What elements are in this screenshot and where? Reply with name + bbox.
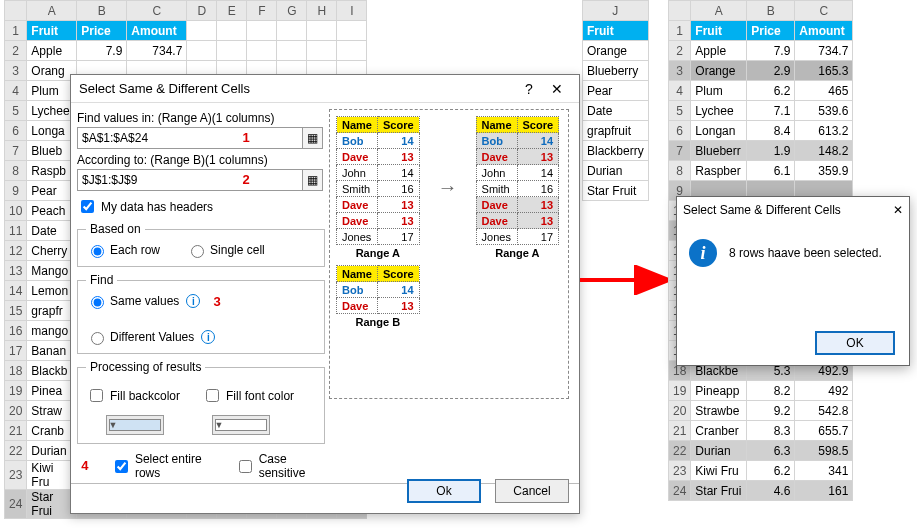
cell[interactable]: Fruit xyxy=(583,21,649,41)
cell[interactable]: grapfruit xyxy=(583,121,649,141)
cell[interactable]: Apple xyxy=(691,41,747,61)
cell[interactable]: 613.2 xyxy=(795,121,853,141)
row-header[interactable]: 10 xyxy=(5,201,27,221)
cell[interactable]: Plum xyxy=(691,81,747,101)
cell[interactable]: 492 xyxy=(795,381,853,401)
cell[interactable]: Blackberry xyxy=(583,141,649,161)
row-header[interactable]: 1 xyxy=(5,21,27,41)
row-header[interactable]: 24 xyxy=(5,490,27,519)
backcolor-picker[interactable]: ▼ xyxy=(106,415,164,435)
cell[interactable]: Raspber xyxy=(691,161,747,181)
row-header[interactable]: 15 xyxy=(5,301,27,321)
fill-fontcolor-checkbox[interactable]: Fill font color xyxy=(202,386,294,405)
cell[interactable]: 465 xyxy=(795,81,853,101)
cell[interactable]: 7.9 xyxy=(77,41,127,61)
headers-checkbox-row[interactable]: My data has headers xyxy=(77,197,325,216)
row-header[interactable]: 5 xyxy=(669,101,691,121)
cell[interactable]: Pineapp xyxy=(691,381,747,401)
cell[interactable]: 161 xyxy=(795,481,853,501)
cell[interactable]: 734.7 xyxy=(127,41,187,61)
help-button[interactable]: ? xyxy=(515,81,543,97)
select-rows-checkbox[interactable]: Select entire rows xyxy=(111,452,217,480)
diff-values-radio[interactable]: Different Valuesi xyxy=(86,329,316,345)
cell[interactable]: 8.3 xyxy=(747,421,795,441)
cell[interactable]: 148.2 xyxy=(795,141,853,161)
cell[interactable]: 7.9 xyxy=(747,41,795,61)
single-cell-radio[interactable]: Single cell xyxy=(186,242,265,258)
column-j[interactable]: J Fruit OrangeBlueberryPearDategrapfruit… xyxy=(582,0,649,201)
row-header[interactable]: 19 xyxy=(669,381,691,401)
cell[interactable]: 341 xyxy=(795,461,853,481)
cell[interactable]: Pear xyxy=(583,81,649,101)
row-header[interactable]: 2 xyxy=(5,41,27,61)
range-b-input[interactable] xyxy=(77,169,303,191)
col-header[interactable]: C xyxy=(795,1,853,21)
cell[interactable]: Apple xyxy=(27,41,77,61)
cell[interactable]: 598.5 xyxy=(795,441,853,461)
row-header[interactable]: 17 xyxy=(5,341,27,361)
cell[interactable]: 6.3 xyxy=(747,441,795,461)
close-button[interactable]: ✕ xyxy=(893,203,903,217)
cancel-button[interactable]: Cancel xyxy=(495,479,569,503)
row-header[interactable]: 18 xyxy=(5,361,27,381)
row-header[interactable]: 5 xyxy=(5,101,27,121)
fill-backcolor-checkbox[interactable]: Fill backcolor xyxy=(86,386,180,405)
cell[interactable]: 7.1 xyxy=(747,101,795,121)
row-header[interactable]: 14 xyxy=(5,281,27,301)
row-header[interactable]: 4 xyxy=(669,81,691,101)
cell[interactable]: Durian xyxy=(583,161,649,181)
cell[interactable]: 734.7 xyxy=(795,41,853,61)
cell[interactable]: Strawbe xyxy=(691,401,747,421)
row-header[interactable]: 24 xyxy=(669,481,691,501)
cell[interactable]: 8.4 xyxy=(747,121,795,141)
cell[interactable]: Amount xyxy=(127,21,187,41)
cell[interactable]: 359.9 xyxy=(795,161,853,181)
cell[interactable]: 542.8 xyxy=(795,401,853,421)
range-picker-button[interactable]: ▦ xyxy=(303,127,323,149)
row-header[interactable]: 22 xyxy=(669,441,691,461)
cell[interactable]: Orange xyxy=(691,61,747,81)
cell[interactable]: Amount xyxy=(795,21,853,41)
col-header[interactable]: A xyxy=(691,1,747,21)
row-header[interactable]: 6 xyxy=(5,121,27,141)
row-header[interactable]: 6 xyxy=(669,121,691,141)
case-sensitive-checkbox[interactable]: Case sensitive xyxy=(235,452,325,480)
headers-checkbox[interactable] xyxy=(81,200,94,213)
cell[interactable]: Longan xyxy=(691,121,747,141)
row-header[interactable]: 12 xyxy=(5,241,27,261)
corner-cell[interactable] xyxy=(5,1,27,21)
cell[interactable]: 165.3 xyxy=(795,61,853,81)
cell[interactable]: 2.9 xyxy=(747,61,795,81)
row-header[interactable]: 7 xyxy=(669,141,691,161)
each-row-radio[interactable]: Each row xyxy=(86,242,160,258)
row-header[interactable]: 21 xyxy=(5,421,27,441)
range-picker-button[interactable]: ▦ xyxy=(303,169,323,191)
cell[interactable]: Durian xyxy=(691,441,747,461)
row-header[interactable]: 1 xyxy=(669,21,691,41)
cell[interactable]: Blueberry xyxy=(583,61,649,81)
cell[interactable]: Date xyxy=(583,101,649,121)
cell[interactable]: 8.2 xyxy=(747,381,795,401)
cell[interactable]: 655.7 xyxy=(795,421,853,441)
row-header[interactable]: 2 xyxy=(669,41,691,61)
cell[interactable]: 6.1 xyxy=(747,161,795,181)
row-header[interactable]: 19 xyxy=(5,381,27,401)
cell[interactable]: Kiwi Fru xyxy=(691,461,747,481)
info-icon[interactable]: i xyxy=(201,330,215,344)
row-header[interactable]: 8 xyxy=(5,161,27,181)
row-header[interactable]: 22 xyxy=(5,441,27,461)
row-header[interactable]: 20 xyxy=(5,401,27,421)
row-header[interactable]: 8 xyxy=(669,161,691,181)
col-header[interactable]: B xyxy=(747,1,795,21)
cell[interactable]: 6.2 xyxy=(747,81,795,101)
row-header[interactable]: 23 xyxy=(669,461,691,481)
cell[interactable]: 6.2 xyxy=(747,461,795,481)
col-header[interactable]: A xyxy=(27,1,77,21)
row-header[interactable]: 23 xyxy=(5,461,27,490)
fontcolor-picker[interactable]: ▼ xyxy=(212,415,270,435)
cell[interactable]: Orange xyxy=(583,41,649,61)
ok-button[interactable]: OK xyxy=(815,331,895,355)
col-header[interactable]: B xyxy=(77,1,127,21)
row-header[interactable]: 4 xyxy=(5,81,27,101)
same-values-radio[interactable]: Same valuesi xyxy=(86,293,316,309)
